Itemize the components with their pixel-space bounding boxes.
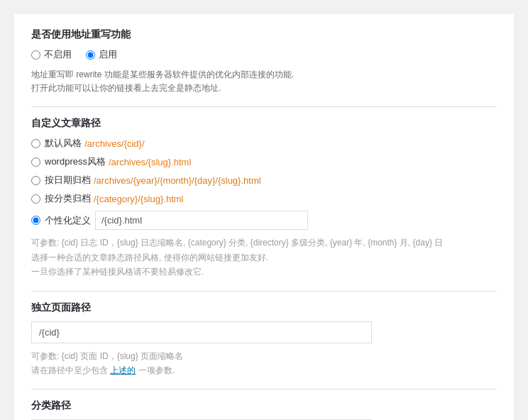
rewrite-disable-text: 不启用 bbox=[44, 48, 72, 61]
page-path-hint-2: 请在路径中至少包含 上述的 一项参数. bbox=[31, 365, 175, 375]
path-option-wordpress: wordpress风格 /archives/{slug}.html bbox=[31, 155, 497, 168]
article-path-section: 自定义文章路径 默认风格 /archives/{cid}/ wordpress风… bbox=[31, 117, 497, 279]
path-wordpress-text: wordpress风格 bbox=[45, 155, 106, 168]
rewrite-enable-text: 启用 bbox=[99, 48, 117, 61]
category-path-section: 分类路径 /category/{mid} 可参数: {mid} 分类 ID，{s… bbox=[31, 399, 497, 420]
path-default-radio[interactable] bbox=[31, 139, 40, 148]
path-default-label[interactable]: 默认风格 /archives/{cid}/ bbox=[45, 137, 145, 150]
path-option-category: 按分类归档 /{category}/{slug}.html bbox=[31, 192, 497, 205]
page-path-link[interactable]: 上述的 bbox=[110, 365, 136, 375]
rewrite-hint: 地址重写即 rewrite 功能是某些服务器软件提供的优化内部连接的功能. 打开… bbox=[31, 68, 497, 95]
path-option-custom: 个性化定义 bbox=[31, 211, 497, 230]
path-custom-text: 个性化定义 bbox=[45, 214, 91, 227]
rewrite-enable-radio[interactable] bbox=[86, 50, 95, 60]
path-option-date: 按日期归档 /archives/{year}/{month}/{day}/{sl… bbox=[31, 174, 497, 187]
article-path-hint-1: 可参数: {cid} 日志 ID，{slug} 日志缩略名, {category… bbox=[31, 238, 443, 248]
path-category-radio[interactable] bbox=[31, 194, 40, 204]
article-path-hint-2: 选择一种合适的文章静态路径风格, 使得你的网站链接更加友好. bbox=[31, 253, 268, 262]
path-default-value: /archives/{cid}/ bbox=[84, 138, 145, 149]
divider-1 bbox=[31, 106, 497, 107]
rewrite-hint-line1: 地址重写即 rewrite 功能是某些服务器软件提供的优化内部连接的功能. bbox=[31, 70, 294, 79]
page-path-hint: 可参数: {cid} 页面 ID，{slug} 页面缩略名 请在路径中至少包含 … bbox=[31, 349, 497, 378]
article-path-title: 自定义文章路径 bbox=[31, 117, 497, 130]
path-custom-radio[interactable] bbox=[31, 216, 40, 225]
settings-container: 是否使用地址重写功能 不启用 启用 地址重写即 rewrite 功能是某些服务器… bbox=[14, 14, 514, 420]
rewrite-disable-radio[interactable] bbox=[31, 50, 40, 60]
path-date-text: 按日期归档 bbox=[45, 174, 91, 187]
path-default-text: 默认风格 bbox=[45, 137, 82, 150]
rewrite-section: 是否使用地址重写功能 不启用 启用 地址重写即 rewrite 功能是某些服务器… bbox=[31, 28, 497, 95]
path-custom-input[interactable] bbox=[95, 211, 308, 230]
path-custom-label[interactable]: 个性化定义 bbox=[45, 214, 91, 227]
rewrite-enable-label[interactable]: 启用 bbox=[86, 48, 117, 61]
path-date-value: /archives/{year}/{month}/{day}/{slug}.ht… bbox=[94, 175, 261, 186]
rewrite-title: 是否使用地址重写功能 bbox=[31, 28, 497, 41]
article-path-hint-3: 一旦你选择了某种链接风格请不要轻易修改它. bbox=[31, 267, 204, 277]
divider-2 bbox=[31, 291, 497, 292]
path-option-default: 默认风格 /archives/{cid}/ bbox=[31, 137, 497, 150]
path-date-radio[interactable] bbox=[31, 176, 40, 185]
path-wordpress-value: /archives/{slug}.html bbox=[109, 157, 191, 167]
rewrite-radio-group: 不启用 启用 bbox=[31, 48, 497, 61]
article-path-params-hint: 可参数: {cid} 日志 ID，{slug} 日志缩略名, {category… bbox=[31, 236, 497, 279]
rewrite-hint-line2: 打开此功能可以让你的链接看上去完全是静态地址. bbox=[31, 83, 221, 93]
divider-3 bbox=[31, 389, 497, 389]
page-path-section: 独立页面路径 /{cid} 可参数: {cid} 页面 ID，{slug} 页面… bbox=[31, 302, 497, 378]
path-category-label[interactable]: 按分类归档 /{category}/{slug}.html bbox=[45, 192, 183, 205]
path-date-label[interactable]: 按日期归档 /archives/{year}/{month}/{day}/{sl… bbox=[45, 174, 261, 187]
page-path-input[interactable]: /{cid} bbox=[31, 321, 372, 343]
path-wordpress-label[interactable]: wordpress风格 /archives/{slug}.html bbox=[45, 155, 191, 168]
category-path-title: 分类路径 bbox=[31, 399, 497, 412]
path-category-value: /{category}/{slug}.html bbox=[94, 194, 183, 204]
rewrite-disable-label[interactable]: 不启用 bbox=[31, 48, 72, 61]
page-path-title: 独立页面路径 bbox=[31, 302, 497, 314]
path-category-text: 按分类归档 bbox=[45, 192, 91, 205]
path-wordpress-radio[interactable] bbox=[31, 158, 40, 167]
page-path-hint-1: 可参数: {cid} 页面 ID，{slug} 页面缩略名 bbox=[31, 351, 183, 361]
